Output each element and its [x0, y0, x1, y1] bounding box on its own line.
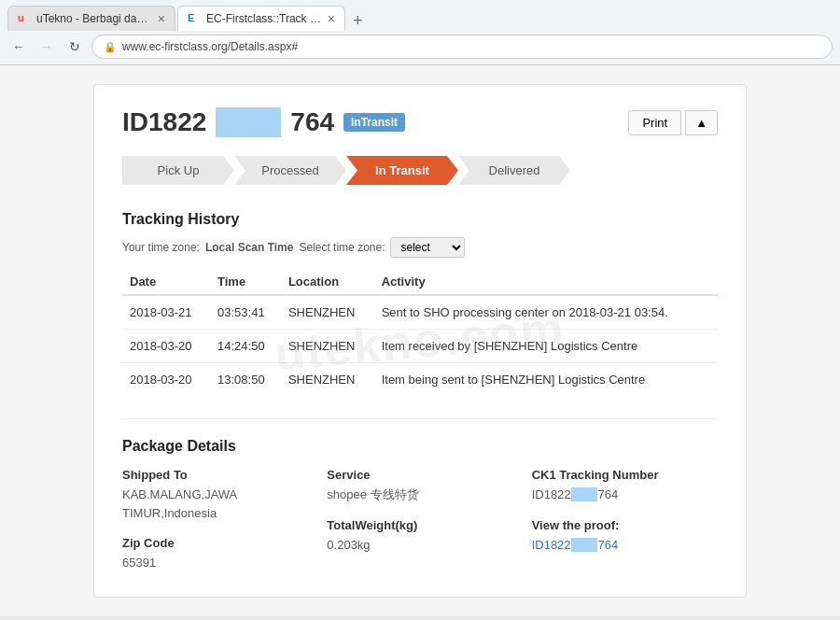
service-label: Service: [327, 468, 512, 482]
timezone-type: Local Scan Time: [205, 241, 293, 254]
package-grid: Shipped To KAB.MALANG,JAWATIMUR,Indonesi…: [122, 468, 718, 572]
ck1-prefix: ID1822: [532, 487, 571, 501]
timezone-label: Your time zone:: [122, 241, 200, 254]
step-pickup: Pick Up: [122, 156, 234, 185]
weight-label: TotalWeight(kg): [327, 518, 512, 532]
col-activity: Activity: [374, 269, 718, 295]
proof-link[interactable]: ID1822 764: [532, 538, 619, 552]
id-highlighted: [216, 107, 281, 137]
tab-bar: u uTekno - Berbagi dan be × E EC-Firstcl…: [0, 0, 840, 31]
proof-prefix: ID1822: [532, 538, 571, 552]
proof-suffix: 764: [597, 538, 618, 552]
service-block: Service shopee 专线特货 TotalWeight(kg) 0.20…: [327, 468, 512, 572]
address-text: www.ec-firstclass.org/Details.aspx#: [122, 40, 298, 53]
id-suffix: 764: [290, 107, 334, 137]
row-time: 03:53:41: [210, 295, 281, 330]
row-date: 2018-03-21: [122, 295, 210, 330]
shipped-to-label: Shipped To: [122, 468, 308, 482]
table-row: 2018-03-20 14:24:50 SHENZHEN Item receiv…: [122, 330, 718, 363]
col-time: Time: [210, 269, 281, 295]
timezone-select[interactable]: select: [390, 237, 465, 258]
print-button[interactable]: Print: [628, 110, 681, 135]
tracking-table: Date Time Location Activity 2018-03-21 0…: [122, 269, 718, 396]
table-header-row: Date Time Location Activity: [122, 269, 718, 295]
row-time: 13:08:50: [210, 363, 281, 397]
weight-value: 0.203kg: [327, 536, 512, 555]
scroll-up-button[interactable]: ▲: [685, 110, 718, 135]
header-right: Print ▲: [628, 110, 718, 135]
tab-title-utekno: uTekno - Berbagi dan be: [36, 12, 152, 25]
tracking-id: ID1822 764 InTransit: [122, 107, 405, 137]
tracking-header: ID1822 764 InTransit Print ▲: [122, 107, 718, 137]
row-location: SHENZHEN: [281, 330, 374, 363]
package-details: Package Details Shipped To KAB.MALANG,JA…: [122, 418, 718, 572]
ck1-value: ID1822 764: [532, 486, 718, 504]
lock-icon: 🔒: [104, 41, 117, 53]
proof-highlighted: [571, 538, 598, 552]
progress-steps: Pick Up Processed In Transit Delivered: [122, 156, 718, 185]
row-date: 2018-03-20: [122, 363, 210, 397]
tab-favicon-utekno: u: [18, 12, 31, 25]
service-value: shopee 专线特货: [327, 486, 512, 504]
tab-utekno[interactable]: u uTekno - Berbagi dan be ×: [7, 6, 175, 31]
row-time: 14:24:50: [210, 330, 281, 363]
step-intransit: In Transit: [346, 156, 458, 185]
ck1-suffix: 764: [597, 487, 618, 501]
col-location: Location: [281, 269, 374, 295]
shipped-to-block: Shipped To KAB.MALANG,JAWATIMUR,Indonesi…: [122, 468, 308, 572]
zip-code-label: Zip Code: [122, 536, 308, 550]
row-activity: Item received by [SHENZHEN] Logistics Ce…: [374, 330, 718, 363]
tab-close-utekno[interactable]: ×: [158, 11, 165, 26]
shipped-to-value: KAB.MALANG,JAWATIMUR,Indonesia: [122, 486, 308, 522]
ck1-label: CK1 Tracking Number: [532, 468, 718, 482]
row-location: SHENZHEN: [281, 295, 374, 330]
page-wrapper: utekno.com ID1822 764 InTransit Print ▲ …: [0, 65, 840, 616]
tab-favicon-ec: E: [188, 12, 201, 25]
step-processed: Processed: [234, 156, 346, 185]
tab-ecfirstclass[interactable]: E EC-Firstclass::Track your ×: [177, 6, 345, 31]
new-tab-button[interactable]: +: [347, 11, 369, 31]
in-transit-badge: InTransit: [343, 113, 405, 132]
address-bar[interactable]: 🔒 www.ec-firstclass.org/Details.aspx#: [91, 35, 833, 59]
forward-button[interactable]: →: [35, 35, 58, 58]
col-date: Date: [122, 269, 210, 295]
proof-label: View the proof:: [532, 518, 718, 532]
table-row: 2018-03-20 13:08:50 SHENZHEN Item being …: [122, 363, 718, 397]
zip-code-value: 65391: [122, 554, 308, 572]
back-button[interactable]: ←: [7, 35, 30, 58]
browser-chrome: u uTekno - Berbagi dan be × E EC-Firstcl…: [0, 0, 840, 65]
step-delivered: Delivered: [458, 156, 570, 185]
row-date: 2018-03-20: [122, 330, 210, 363]
tab-title-ec: EC-Firstclass::Track your: [206, 12, 322, 25]
timezone-select-label: Select time zone:: [299, 241, 385, 254]
tab-close-ec[interactable]: ×: [328, 11, 335, 26]
refresh-button[interactable]: ↻: [63, 35, 86, 58]
row-location: SHENZHEN: [281, 363, 374, 397]
id-prefix: ID1822: [122, 107, 206, 137]
table-row: 2018-03-21 03:53:41 SHENZHEN Sent to SHO…: [122, 295, 718, 330]
package-section-title: Package Details: [122, 438, 718, 455]
proof-link-value: ID1822 764: [532, 536, 718, 555]
address-bar-row: ← → ↻ 🔒 www.ec-firstclass.org/Details.as…: [0, 31, 840, 64]
ck1-highlighted: [571, 487, 598, 501]
content-card: utekno.com ID1822 764 InTransit Print ▲ …: [93, 84, 747, 598]
timezone-row: Your time zone: Local Scan Time Select t…: [122, 237, 718, 258]
row-activity: Item being sent to [SHENZHEN] Logistics …: [374, 363, 718, 397]
history-section-title: Tracking History: [122, 211, 718, 228]
ck1-block: CK1 Tracking Number ID1822 764 View the …: [532, 468, 718, 572]
row-activity: Sent to SHO processing center on 2018-03…: [374, 295, 718, 330]
